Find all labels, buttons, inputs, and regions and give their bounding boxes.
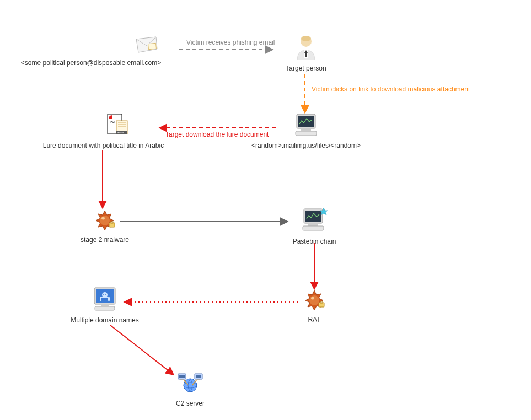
svg-rect-50 [108, 297, 110, 301]
c2-server-node: C2 server [165, 372, 215, 408]
svg-rect-35 [303, 226, 324, 230]
svg-rect-9 [148, 43, 157, 49]
svg-rect-17 [301, 128, 311, 131]
target-person-node: Target person [278, 35, 334, 73]
svg-rect-60 [197, 379, 200, 380]
rat-label: RAT [308, 315, 320, 324]
email-label: <some political person@disposable email.… [21, 58, 161, 67]
svg-text:Adobe: Adobe [117, 131, 125, 134]
infected-screen-icon [92, 287, 118, 314]
domains-node: Multiple domain names [63, 287, 146, 325]
server-icon [293, 113, 319, 139]
svg-rect-14 [305, 53, 307, 57]
svg-rect-34 [308, 223, 318, 226]
pdf-icon: PDF Adobe [106, 113, 128, 139]
svg-rect-51 [101, 304, 109, 306]
click-edge-label: Victim clicks on link to download malici… [312, 85, 470, 93]
svg-point-39 [311, 297, 314, 300]
svg-line-7 [110, 325, 174, 375]
email-icon [134, 36, 158, 56]
svg-rect-18 [296, 131, 317, 136]
svg-point-53 [184, 379, 197, 392]
download-edge-label: Target download the lure document [165, 131, 269, 138]
c2-server-label: C2 server [176, 399, 205, 408]
phishing-edge-label: Victim receives phishing email [186, 39, 275, 46]
bomb-icon [302, 289, 326, 313]
svg-rect-56 [179, 375, 185, 378]
svg-rect-57 [180, 379, 184, 380]
svg-point-47 [105, 294, 106, 295]
network-icon [176, 372, 205, 397]
svg-rect-52 [95, 306, 115, 310]
lure-document-label: Lure document with political title in Ar… [43, 141, 164, 150]
email-node: <some political person@disposable email.… [11, 36, 171, 67]
svg-point-29 [101, 217, 105, 220]
pastebin-node: Pastebin chain [287, 207, 342, 246]
svg-point-46 [103, 294, 104, 295]
rat-node: RAT [298, 289, 331, 324]
pastebin-label: Pastebin chain [293, 237, 336, 246]
svg-rect-16 [298, 116, 314, 127]
server-icon [301, 207, 328, 235]
target-person-label: Target person [286, 64, 326, 73]
domains-label: Multiple domain names [71, 316, 138, 325]
person-icon [295, 35, 317, 62]
bomb-icon [93, 209, 117, 233]
svg-rect-48 [101, 297, 109, 298]
svg-rect-59 [196, 375, 201, 378]
svg-point-44 [102, 292, 108, 298]
lure-document-node: PDF Adobe Lure document with political t… [33, 113, 174, 150]
stage2-malware-node: stage 2 malware [74, 209, 135, 244]
svg-point-38 [309, 295, 319, 305]
svg-text:PDF: PDF [110, 120, 116, 123]
stage2-malware-label: stage 2 malware [81, 235, 129, 244]
svg-rect-33 [305, 211, 321, 222]
svg-rect-49 [100, 297, 101, 301]
svg-point-28 [100, 216, 110, 225]
svg-point-11 [301, 36, 311, 41]
download-server-label: <random>.mailimg.us/files/<random> [251, 141, 361, 150]
